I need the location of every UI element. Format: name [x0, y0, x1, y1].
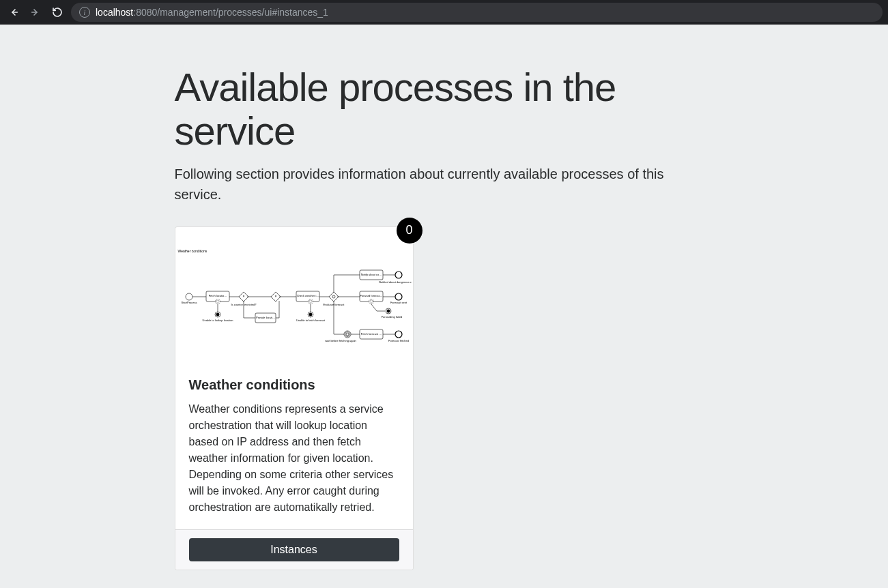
svg-point-50	[370, 300, 373, 303]
svg-text:wait before fetching again: wait before fetching again	[325, 339, 356, 342]
svg-point-8	[216, 300, 219, 303]
diagram-label: Weather conditions	[178, 249, 207, 253]
svg-point-37	[332, 295, 335, 298]
svg-point-54	[386, 309, 389, 312]
svg-text:Forward forecas…: Forward forecas…	[360, 294, 382, 297]
svg-text:Forecast fetched: Forecast fetched	[388, 339, 409, 342]
svg-text:Notify about co…: Notify about co…	[360, 273, 382, 276]
svg-text:Evaluate forecast: Evaluate forecast	[323, 303, 345, 306]
svg-point-57	[395, 293, 402, 300]
url-text: localhost:8080/management/processes/ui#i…	[96, 7, 328, 18]
svg-text:Fetch locatio…: Fetch locatio…	[208, 294, 227, 297]
card-body: Weather conditions Weather conditions re…	[175, 364, 413, 529]
process-title: Weather conditions	[189, 377, 399, 393]
card-footer: Instances	[175, 529, 413, 570]
svg-text:Check weather i…: Check weather i…	[296, 294, 319, 297]
svg-text:Unable to fetch forecast: Unable to fetch forecast	[296, 319, 325, 322]
process-description: Weather conditions represents a service …	[189, 401, 399, 516]
svg-text:Forecast sent: Forecast sent	[390, 301, 407, 304]
page-subtitle: Following section provides information a…	[175, 164, 714, 205]
svg-point-33	[309, 312, 311, 315]
svg-point-11	[216, 312, 218, 315]
svg-point-62	[345, 332, 349, 336]
svg-text:Notified about dangerous c: Notified about dangerous c	[379, 280, 412, 284]
svg-point-30	[309, 300, 312, 303]
svg-point-2	[186, 293, 192, 300]
process-card: 0 Weather conditions StartProcess Fetch …	[175, 226, 414, 570]
svg-text:×: ×	[274, 294, 276, 298]
forward-button[interactable]	[27, 4, 44, 20]
browser-toolbar: i localhost:8080/management/processes/ui…	[0, 0, 888, 25]
svg-text:Provide locati…: Provide locati…	[255, 316, 274, 319]
svg-text:×: ×	[242, 294, 244, 298]
page-title: Available processes in the service	[175, 65, 714, 153]
svg-point-44	[395, 271, 402, 278]
svg-text:Forwarding failed: Forwarding failed	[381, 315, 402, 319]
svg-text:Unable to lookup location: Unable to lookup location	[202, 319, 233, 322]
instances-button[interactable]: Instances	[189, 538, 399, 561]
svg-text:Is country restricted?: Is country restricted?	[231, 303, 257, 306]
svg-text:StartProcess: StartProcess	[181, 301, 197, 304]
svg-text:Fetch forecast …: Fetch forecast …	[360, 332, 381, 336]
url-bar[interactable]: i localhost:8080/management/processes/ui…	[71, 3, 883, 22]
instance-count-badge: 0	[397, 218, 422, 244]
bpmn-diagram-svg: StartProcess Fetch locatio… Unable to	[177, 248, 412, 343]
svg-point-69	[395, 331, 402, 338]
reload-button[interactable]	[49, 4, 66, 20]
back-button[interactable]	[5, 4, 22, 20]
svg-line-51	[371, 304, 377, 311]
process-diagram: Weather conditions StartProcess Fetch lo…	[175, 227, 413, 364]
info-icon: i	[79, 7, 90, 18]
page-content: Available processes in the service Follo…	[0, 25, 888, 588]
